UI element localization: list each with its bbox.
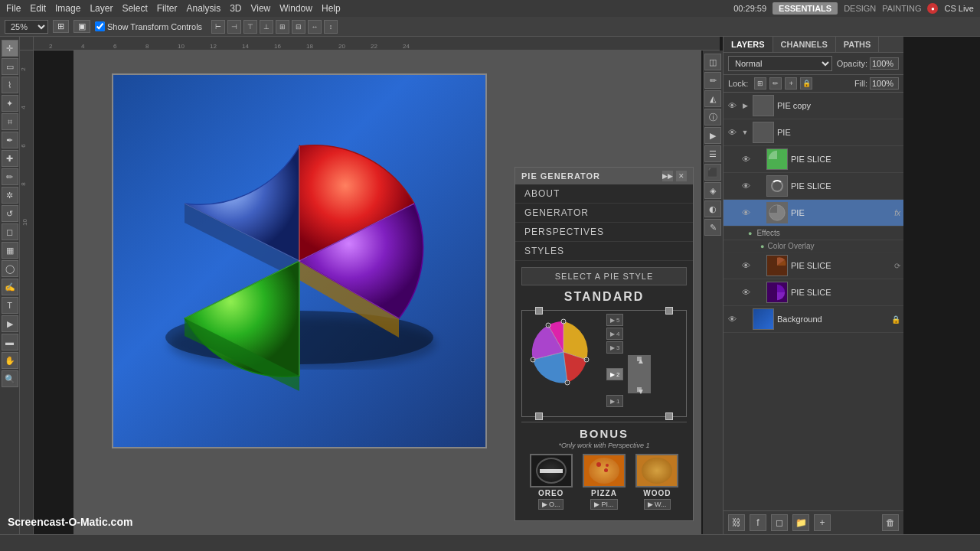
bonus-oreo[interactable]: OREO ▶ O...	[526, 454, 576, 510]
slice-4-btn[interactable]: ▶ 4	[606, 328, 623, 340]
slice-5-btn[interactable]: ▶ 5	[606, 314, 623, 326]
show-transform-checkbox[interactable]	[95, 21, 105, 31]
slice-3-btn[interactable]: ▶ 3	[606, 341, 623, 354]
add-layer-style-btn[interactable]: f	[750, 514, 766, 531]
align-center-v-icon[interactable]: ⊞	[276, 20, 289, 34]
pen-tool[interactable]: ✍	[2, 279, 18, 295]
layer-visibility-icon[interactable]: 👁	[727, 314, 737, 324]
layer-item[interactable]: 👁 PIE SLICE	[724, 146, 903, 173]
effects-group[interactable]: ● Effects	[724, 227, 903, 240]
delete-layer-btn[interactable]: 🗑	[882, 514, 899, 531]
zoom-select[interactable]: 25% 50% 100%	[5, 20, 48, 34]
align-left-icon[interactable]: ⊢	[211, 20, 225, 34]
scroll-down[interactable]: ▼	[637, 387, 642, 392]
fill-input[interactable]	[870, 77, 899, 90]
menu-window[interactable]: Window	[279, 3, 312, 14]
layer-item[interactable]: 👁 ▼ PIE	[724, 119, 903, 146]
align-top-icon[interactable]: ⊥	[260, 20, 273, 34]
pie-panel-close-icon[interactable]: ✕	[676, 171, 687, 181]
align-right-icon[interactable]: ⊤	[243, 20, 257, 34]
menu-layer[interactable]: Layer	[90, 3, 113, 14]
gradient-tool[interactable]: ▦	[2, 242, 18, 259]
opacity-input[interactable]	[870, 57, 899, 70]
move-tool[interactable]: ✛	[2, 40, 18, 57]
bonus-wood-btn[interactable]: ▶ W...	[644, 499, 671, 510]
resize-handle-bl[interactable]	[535, 412, 543, 420]
new-group-btn[interactable]: 📁	[792, 514, 809, 531]
lasso-tool[interactable]: ⌇	[2, 77, 18, 93]
layer-visibility-icon[interactable]: 👁	[727, 100, 737, 111]
align-bottom-icon[interactable]: ⊟	[292, 20, 305, 34]
magic-wand-tool[interactable]: ✦	[2, 95, 18, 112]
scroll-bar[interactable]: ▲ ▼	[628, 355, 651, 393]
panel-path-icon[interactable]: ✎	[704, 219, 721, 236]
pie-menu-about[interactable]: ABOUT	[515, 184, 693, 204]
menu-view[interactable]: View	[250, 3, 270, 14]
dodge-tool[interactable]: ◯	[2, 260, 18, 277]
spot-healing-tool[interactable]: ✚	[2, 150, 18, 167]
distribute-h-icon[interactable]: ↔	[308, 20, 322, 34]
layer-expand-icon[interactable]	[754, 181, 763, 191]
resize-handle-br[interactable]	[665, 412, 673, 420]
menu-3d[interactable]: 3D	[230, 3, 241, 14]
bonus-pizza-btn[interactable]: ▶ PI...	[590, 499, 617, 510]
layer-expand-icon[interactable]	[754, 208, 763, 217]
brush-tool[interactable]: ✏	[2, 168, 18, 185]
add-mask-btn[interactable]: ◻	[771, 514, 788, 531]
panel-styles-icon[interactable]: ◈	[704, 182, 721, 199]
menu-filter[interactable]: Filter	[157, 3, 178, 14]
eraser-tool[interactable]: ◻	[2, 223, 18, 240]
menu-analysis[interactable]: Analysis	[186, 3, 220, 14]
lock-pixels-icon[interactable]: ⊞	[754, 77, 766, 90]
bonus-oreo-btn[interactable]: ▶ O...	[538, 499, 564, 510]
zoom-tool[interactable]: 🔍	[2, 370, 18, 387]
cs-live-label[interactable]: CS Live	[944, 4, 974, 13]
layer-item-selected[interactable]: 👁 PIE fx	[724, 200, 903, 227]
lock-all-icon[interactable]: +	[785, 77, 797, 90]
pie-panel-menu-icon[interactable]: ▶▶	[662, 171, 673, 181]
link-layers-btn[interactable]: ⛓	[728, 514, 745, 531]
painting-button[interactable]: PAINTING	[882, 4, 921, 13]
menu-image[interactable]: Image	[55, 3, 80, 14]
resize-handle-tr[interactable]	[665, 307, 673, 315]
cs-live-icon[interactable]: ●	[927, 3, 938, 14]
scroll-up[interactable]: ▲	[637, 357, 642, 361]
layer-item-background[interactable]: 👁 Background 🔒	[724, 306, 903, 333]
align-center-h-icon[interactable]: ⊣	[227, 20, 241, 34]
distribute-v-icon[interactable]: ↕	[324, 20, 338, 34]
blend-mode-select[interactable]: Normal Multiply Screen	[728, 56, 832, 71]
panel-actions-icon[interactable]: ▶	[704, 127, 721, 144]
menu-edit[interactable]: Edit	[30, 3, 46, 14]
marquee-tool[interactable]: ▭	[2, 58, 18, 75]
layer-visibility-icon[interactable]: 👁	[740, 181, 751, 191]
slice-1-btn[interactable]: ▶ 1	[606, 395, 623, 407]
bonus-wood[interactable]: WOOD ▶ W...	[632, 454, 682, 510]
bonus-pizza[interactable]: PIZZA ▶ PI...	[579, 454, 629, 510]
view-mode-btn[interactable]: ⊞	[53, 20, 69, 33]
lock-lock-icon[interactable]: 🔒	[800, 77, 812, 90]
panel-clone-icon[interactable]: ◭	[704, 90, 721, 107]
lock-move-icon[interactable]: ✏	[769, 77, 782, 90]
type-tool[interactable]: T	[2, 297, 18, 314]
menu-select[interactable]: Select	[122, 3, 147, 14]
layer-item[interactable]: 👁 PIE SLICE	[724, 279, 903, 306]
history-brush-tool[interactable]: ↺	[2, 205, 18, 222]
layer-visibility-icon[interactable]: 👁	[740, 260, 751, 271]
panel-history-icon[interactable]: ◫	[704, 54, 721, 70]
design-button[interactable]: DESIGN	[844, 4, 876, 13]
layer-visibility-icon[interactable]: 👁	[740, 207, 751, 218]
screen-mode-btn[interactable]: ▣	[74, 20, 90, 33]
effect-item[interactable]: ● Color Overlay	[724, 240, 903, 253]
canvas-document[interactable]	[112, 73, 487, 448]
panel-swatches-icon[interactable]: ⬛	[704, 164, 721, 181]
layer-fx-icon[interactable]: fx	[894, 209, 900, 217]
layer-item[interactable]: 👁 PIE SLICE	[724, 173, 903, 200]
pie-menu-perspectives[interactable]: PERSPECTIVES	[515, 223, 693, 242]
tab-layers[interactable]: LAYERS	[724, 37, 773, 52]
essentials-button[interactable]: ESSENTIALS	[773, 2, 838, 15]
menu-file[interactable]: File	[6, 3, 21, 14]
hand-tool[interactable]: ✋	[2, 352, 18, 369]
path-selection-tool[interactable]: ▶	[2, 315, 18, 332]
layer-visibility-icon[interactable]: 👁	[727, 127, 737, 138]
pie-menu-styles[interactable]: STYLES	[515, 242, 693, 261]
